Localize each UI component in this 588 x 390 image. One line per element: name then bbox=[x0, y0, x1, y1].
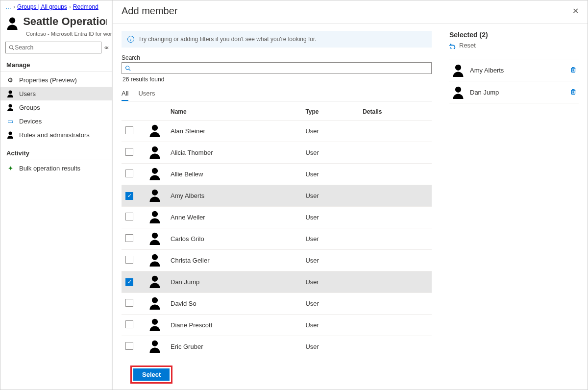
avatar bbox=[148, 145, 162, 159]
avatar bbox=[148, 188, 162, 202]
row-type: User bbox=[301, 228, 359, 250]
nav-label: Groups bbox=[19, 104, 40, 111]
user-table-scroll[interactable]: Name Type Details Alan SteinerUserAlicia… bbox=[122, 103, 432, 360]
nav-roles[interactable]: Roles and administrators bbox=[0, 128, 112, 142]
select-button[interactable]: Select bbox=[133, 368, 170, 381]
member-search[interactable] bbox=[122, 62, 432, 74]
avatar bbox=[451, 63, 465, 77]
breadcrumb-redmond[interactable]: Redmond bbox=[73, 3, 98, 10]
tab-all[interactable]: All bbox=[122, 87, 128, 101]
avatar bbox=[148, 231, 162, 245]
breadcrumb-ellipsis[interactable]: … bbox=[5, 3, 11, 10]
table-row[interactable]: Carlos GriloUser bbox=[122, 228, 432, 250]
row-details bbox=[359, 207, 432, 228]
col-name[interactable]: Name bbox=[167, 103, 301, 121]
row-checkbox[interactable] bbox=[125, 148, 133, 156]
selected-item[interactable]: Amy Alberts bbox=[449, 59, 579, 81]
avatar bbox=[148, 210, 162, 223]
nav-label: Users bbox=[19, 90, 36, 98]
row-type: User bbox=[301, 207, 359, 228]
table-row[interactable]: David SoUser bbox=[122, 293, 432, 315]
remove-selected[interactable] bbox=[570, 88, 577, 97]
remove-selected[interactable] bbox=[570, 66, 577, 74]
row-details bbox=[359, 293, 432, 315]
sidebar-search[interactable] bbox=[5, 42, 101, 53]
row-name: Alicia Thomber bbox=[167, 142, 301, 164]
row-checkbox[interactable] bbox=[125, 299, 133, 307]
row-checkbox[interactable] bbox=[125, 170, 133, 177]
row-type: User bbox=[301, 142, 359, 164]
sliders-icon: ⚙ bbox=[6, 76, 14, 84]
search-icon bbox=[9, 45, 15, 51]
trash-icon bbox=[570, 66, 577, 73]
row-details bbox=[359, 250, 432, 271]
nav-label: Roles and administrators bbox=[19, 131, 90, 139]
row-name: Eric Gruber bbox=[167, 336, 301, 358]
table-row[interactable]: Anne WeilerUser bbox=[122, 207, 432, 228]
avatar bbox=[148, 317, 162, 331]
table-row[interactable]: ✓Amy AlbertsUser bbox=[122, 185, 432, 207]
info-icon: i bbox=[127, 36, 134, 43]
col-details[interactable]: Details bbox=[359, 103, 432, 121]
group-icon bbox=[5, 15, 19, 31]
table-row[interactable]: Diane PrescottUser bbox=[122, 315, 432, 336]
reset-link[interactable]: Reset bbox=[449, 42, 579, 49]
row-type: User bbox=[301, 250, 359, 271]
avatar bbox=[148, 167, 162, 180]
avatar bbox=[148, 123, 162, 137]
table-row[interactable]: Eric GruberUser bbox=[122, 336, 432, 358]
nav-properties[interactable]: ⚙ Properties (Preview) bbox=[0, 73, 112, 87]
row-checkbox[interactable]: ✓ bbox=[125, 278, 133, 286]
nav-label: Properties (Preview) bbox=[19, 76, 77, 84]
row-details bbox=[359, 142, 432, 164]
selected-item[interactable]: Dan Jump bbox=[449, 81, 579, 103]
row-name: Anne Weiler bbox=[167, 207, 301, 228]
avatar bbox=[148, 274, 162, 288]
collapse-icon[interactable]: «« bbox=[104, 44, 107, 51]
selected-name: Dan Jump bbox=[470, 89, 499, 96]
row-details bbox=[359, 228, 432, 250]
sidebar-search-input[interactable] bbox=[15, 44, 98, 51]
group-icon bbox=[6, 103, 14, 111]
page-title: Seattle Operations bbox=[23, 15, 107, 28]
nav-label: Bulk operation results bbox=[19, 165, 80, 172]
table-row[interactable]: ✓Dan JumpUser bbox=[122, 271, 432, 293]
nav-bulk-results[interactable]: ✦ Bulk operation results bbox=[0, 161, 112, 175]
close-button[interactable]: ✕ bbox=[572, 6, 579, 16]
breadcrumb-groups[interactable]: Groups | All groups bbox=[17, 3, 67, 10]
member-search-input[interactable] bbox=[133, 65, 428, 72]
row-name: David So bbox=[167, 293, 301, 315]
selected-name: Amy Alberts bbox=[470, 67, 504, 74]
table-row[interactable]: Alicia ThomberUser bbox=[122, 142, 432, 164]
nav-users[interactable]: Users bbox=[0, 87, 112, 100]
row-checkbox[interactable] bbox=[125, 320, 133, 328]
row-name: Christa Geller bbox=[167, 250, 301, 271]
devices-icon: ▭ bbox=[6, 117, 14, 125]
table-row[interactable]: Alan SteinerUser bbox=[122, 121, 432, 142]
search-label: Search bbox=[122, 54, 432, 61]
select-button-highlight: Select bbox=[130, 366, 172, 384]
info-banner: i Try changing or adding filters if you … bbox=[122, 31, 432, 48]
row-checkbox[interactable]: ✓ bbox=[125, 192, 133, 200]
tab-users[interactable]: Users bbox=[138, 87, 155, 101]
col-type[interactable]: Type bbox=[301, 103, 359, 121]
table-row[interactable]: Christa GellerUser bbox=[122, 250, 432, 271]
undo-icon bbox=[449, 42, 456, 49]
row-name: Diane Prescott bbox=[167, 315, 301, 336]
row-checkbox[interactable] bbox=[125, 126, 133, 134]
row-checkbox[interactable] bbox=[125, 234, 133, 242]
avatar bbox=[148, 339, 162, 353]
trash-icon bbox=[570, 88, 577, 95]
avatar bbox=[148, 253, 162, 267]
row-checkbox[interactable] bbox=[125, 256, 133, 264]
row-checkbox[interactable] bbox=[125, 213, 133, 220]
row-type: User bbox=[301, 315, 359, 336]
table-row[interactable]: Allie BellewUser bbox=[122, 164, 432, 185]
selected-header: Selected (2) bbox=[449, 31, 579, 39]
nav-devices[interactable]: ▭ Devices bbox=[0, 114, 112, 128]
results-count: 26 results found bbox=[122, 76, 432, 83]
nav-label: Devices bbox=[19, 118, 42, 125]
row-checkbox[interactable] bbox=[125, 342, 133, 350]
row-type: User bbox=[301, 185, 359, 207]
nav-groups[interactable]: Groups bbox=[0, 100, 112, 114]
